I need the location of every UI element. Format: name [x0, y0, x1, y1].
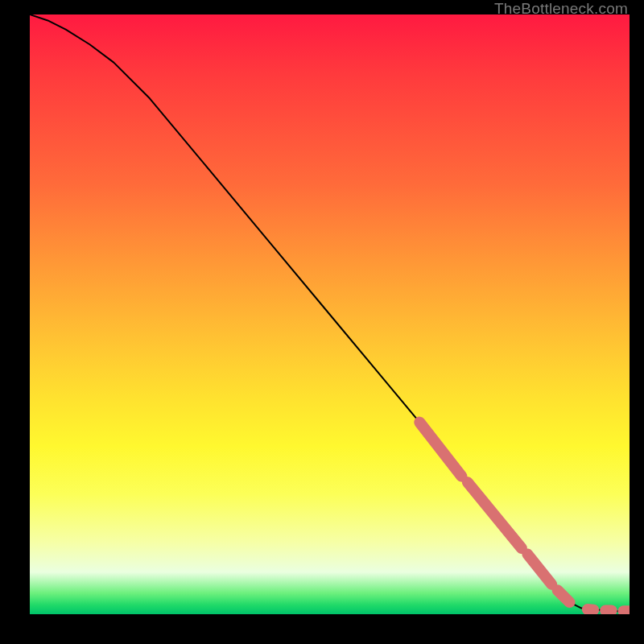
chart-overlay [30, 14, 630, 614]
marker-clusters [419, 423, 630, 612]
curve-line [30, 14, 630, 611]
marker-cluster-1 [468, 482, 522, 548]
marker-cluster-4 [588, 609, 593, 610]
gradient-plot-area [30, 14, 630, 614]
marker-cluster-2 [527, 555, 551, 584]
curve-path [30, 14, 630, 611]
attribution-label: TheBottleneck.com [494, 0, 628, 18]
marker-cluster-3 [558, 590, 570, 602]
marker-cluster-0 [419, 423, 461, 477]
chart-frame: TheBottleneck.com [0, 0, 644, 644]
